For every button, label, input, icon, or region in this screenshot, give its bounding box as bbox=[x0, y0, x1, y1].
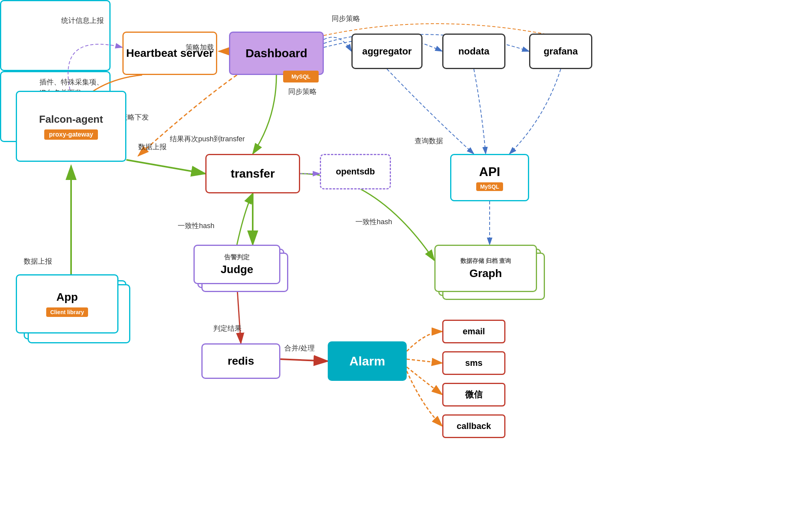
grafana-label: grafana bbox=[544, 46, 578, 57]
shuju-shangbao1-label: 数据上报 bbox=[138, 142, 167, 152]
weixin-label: 微信 bbox=[465, 389, 483, 401]
sms-label: sms bbox=[465, 358, 483, 368]
transfer-node: transfer bbox=[205, 154, 300, 193]
email-node: email bbox=[442, 320, 505, 343]
proxy-gateway-label: proxy-gateway bbox=[44, 129, 98, 140]
weixin-node: 微信 bbox=[442, 383, 505, 406]
arrows-layer bbox=[0, 0, 800, 532]
falcon-agent-node: Falcon-agent proxy-gateway bbox=[16, 91, 126, 162]
mysql-api-badge: MySQL bbox=[476, 182, 503, 191]
alarm-node: Alarm bbox=[328, 341, 407, 381]
redis-node: redis bbox=[201, 343, 280, 379]
opentsdb-node: opentsdb bbox=[320, 154, 391, 189]
shuju-shangbao2-label: 数据上报 bbox=[24, 257, 52, 266]
callback-node: callback bbox=[442, 414, 505, 438]
client-library-badge: Client library bbox=[46, 307, 88, 317]
dashboard-label: Dashboard bbox=[246, 47, 308, 60]
api-label: API bbox=[479, 165, 500, 179]
redis-label: redis bbox=[228, 355, 254, 367]
nodata-node: nodata bbox=[442, 34, 505, 69]
tongbu-celue1-label: 同步策略 bbox=[332, 14, 360, 23]
hebing-chuli-label: 合并/处理 bbox=[284, 343, 315, 353]
api-node: API MySQL bbox=[450, 154, 529, 201]
falcon-agent-label: Falcon-agent bbox=[39, 113, 103, 126]
panding-jieguo-label: 判定结果 bbox=[213, 324, 242, 333]
app-node: App Client library bbox=[16, 274, 118, 333]
mysql-dashboard-badge: MySQL bbox=[283, 71, 319, 82]
graph-label: Graph bbox=[469, 267, 502, 280]
nodata-label: nodata bbox=[458, 46, 490, 57]
judge-label: Judge bbox=[221, 263, 253, 276]
callback-label: callback bbox=[457, 421, 491, 431]
chaxun-shuju-label: 查询数据 bbox=[415, 136, 443, 146]
yizhi-hash1-label: 一致性hash bbox=[178, 221, 214, 230]
alarm-label: Alarm bbox=[349, 354, 385, 369]
aggregator-node: aggregator bbox=[351, 34, 423, 69]
tongbu-celue2-label: 同步策略 bbox=[288, 87, 317, 96]
tongji-label: 统计信息上报 bbox=[61, 16, 104, 25]
gaojing-label: 告警判定 bbox=[224, 253, 250, 262]
app-label: App bbox=[56, 291, 78, 303]
aggregator-label: aggregator bbox=[362, 46, 411, 57]
judge-node: 告警判定 Judge bbox=[193, 245, 280, 284]
data-storage-label: 数据存储 归档 查询 bbox=[460, 257, 511, 265]
sms-node: sms bbox=[442, 351, 505, 375]
heartbeat-server-node: Heartbeat server bbox=[122, 32, 217, 75]
architecture-diagram: Heartbeat server Dashboard MySQL aggrega… bbox=[0, 0, 800, 532]
falcon-agent-shadow1 bbox=[0, 0, 111, 71]
graph-node: 数据存储 归档 查询 Graph bbox=[434, 245, 537, 292]
jieguo-push-label: 结果再次push到transfer bbox=[170, 134, 245, 144]
grafana-node: grafana bbox=[529, 34, 592, 69]
yizhi-hash2-label: 一致性hash bbox=[355, 217, 392, 227]
celue-jiazai-label: 策略加载 bbox=[186, 43, 214, 52]
dashboard-node: Dashboard MySQL bbox=[229, 32, 324, 75]
transfer-label: transfer bbox=[231, 167, 275, 180]
email-label: email bbox=[463, 326, 485, 337]
opentsdb-label: opentsdb bbox=[336, 167, 375, 177]
